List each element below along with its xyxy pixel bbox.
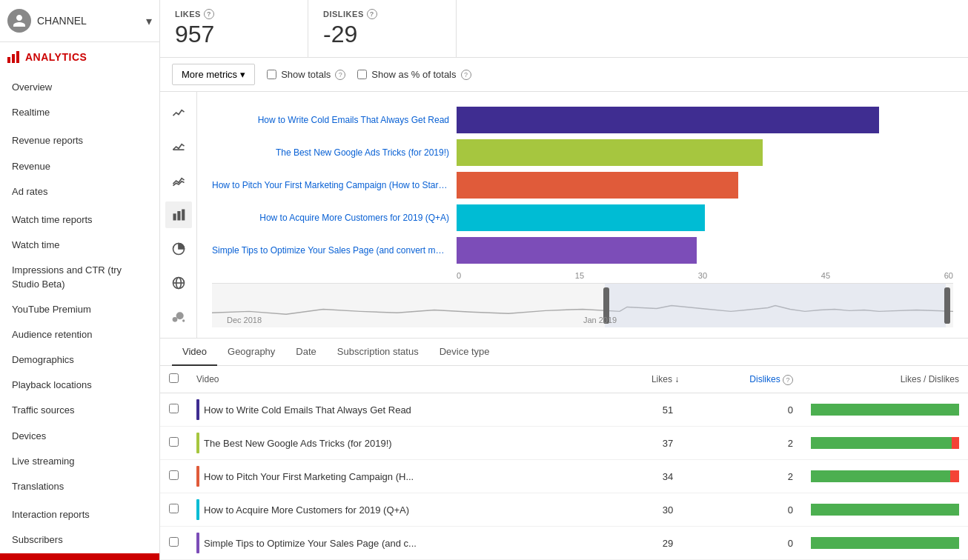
row-checkbox[interactable] — [169, 470, 179, 480]
video-title-link[interactable]: The Best New Google Ads Tricks (for 2019… — [204, 438, 392, 449]
row-checkbox[interactable] — [169, 537, 179, 547]
sidebar-item-likes-dislikes[interactable]: Likes and dislikes — [0, 553, 159, 560]
sidebar-item-translations[interactable]: Translations — [0, 474, 159, 499]
dislikes-value-cell: 2 — [682, 460, 802, 493]
th-likes[interactable]: Likes ↓ — [611, 366, 682, 393]
select-all-checkbox[interactable] — [169, 373, 179, 383]
row-checkbox[interactable] — [169, 404, 179, 413]
sidebar-item-subscribers[interactable]: Subscribers — [0, 527, 159, 553]
row-checkbox[interactable] — [169, 504, 179, 513]
toolbar: More metrics ▾ Show totals ? Show as % o… — [160, 58, 968, 92]
main-content: LIKES ? 957 DISLIKES ? -29 More metrics … — [160, 0, 968, 560]
bubble-chart-icon[interactable] — [165, 304, 192, 330]
row-color-indicator — [196, 399, 199, 420]
sidebar-item-interaction-header: Interaction reports — [0, 499, 159, 527]
more-metrics-button[interactable]: More metrics ▾ — [172, 64, 255, 85]
row-color-indicator — [196, 533, 199, 553]
video-title-link[interactable]: How to Pitch Your First Marketing Campai… — [204, 471, 414, 482]
stats-bar: LIKES ? 957 DISLIKES ? -29 — [160, 0, 968, 58]
bar-track — [457, 237, 953, 264]
video-title-link[interactable]: Simple Tips to Optimize Your Sales Page … — [204, 538, 417, 549]
likes-stat: LIKES ? 957 — [160, 0, 308, 57]
show-pct-label[interactable]: Show as % of totals ? — [357, 69, 471, 80]
chevron-down-icon: ▾ — [146, 14, 152, 28]
sidebar-item-revenue[interactable]: Revenue — [0, 154, 159, 179]
row-color-indicator — [196, 466, 199, 487]
likes-dislikes-bar-cell — [802, 493, 968, 527]
sidebar-item-overview[interactable]: Overview — [0, 75, 159, 100]
show-pct-help-icon[interactable]: ? — [461, 70, 471, 80]
show-pct-checkbox[interactable] — [357, 70, 367, 79]
row-checkbox-cell — [160, 427, 188, 460]
show-totals-help-icon[interactable]: ? — [335, 70, 345, 80]
sidebar-item-traffic-sources[interactable]: Traffic sources — [0, 398, 159, 423]
video-title-link[interactable]: How to Acquire More Customers for 2019 (… — [204, 504, 409, 516]
likes-dislikes-bar-cell — [802, 427, 968, 460]
chart-bar-row: How to Pitch Your First Marketing Campai… — [212, 172, 953, 199]
analytics-nav[interactable]: ANALYTICS — [0, 42, 159, 72]
sidebar-item-youtube-premium[interactable]: YouTube Premium — [0, 297, 159, 322]
ratio-bar — [811, 437, 959, 449]
sidebar-item-impressions[interactable]: Impressions and CTR (try Studio Beta) — [0, 258, 159, 296]
chart-icon-bar — [160, 92, 197, 338]
area-chart-icon[interactable] — [165, 133, 192, 160]
sidebar-item-ad-rates[interactable]: Ad rates — [0, 179, 159, 204]
likes-value-cell: 51 — [611, 393, 682, 427]
bar-label[interactable]: How to Acquire More Customers for 2019 (… — [212, 213, 449, 223]
dislikes-value: -29 — [323, 21, 441, 48]
table-row: The Best New Google Ads Tricks (for 2019… — [160, 427, 968, 460]
svg-point-8 — [172, 317, 177, 322]
sidebar-item-watch-header: Watch time reports — [0, 204, 159, 233]
bar-chart-icon[interactable] — [165, 201, 192, 228]
bar-track — [457, 139, 953, 166]
sidebar-nav: Overview Realtime Revenue reports Revenu… — [0, 72, 159, 560]
table-tab-subscription-status[interactable]: Subscription status — [327, 339, 429, 366]
show-totals-checkbox[interactable] — [267, 70, 276, 79]
chart-area: How to Write Cold Emails That Always Get… — [160, 92, 968, 339]
x-axis-label: 30 — [698, 271, 707, 280]
video-title-link[interactable]: How to Write Cold Emails That Always Get… — [204, 404, 411, 416]
bar-fill — [457, 172, 738, 199]
sidebar-item-audience-retention[interactable]: Audience retention — [0, 322, 159, 347]
more-metrics-dropdown-icon: ▾ — [240, 69, 245, 80]
row-checkbox[interactable] — [169, 437, 179, 447]
channel-header[interactable]: CHANNEL ▾ — [0, 0, 159, 42]
bar-label[interactable]: How to Pitch Your First Marketing Campai… — [212, 180, 449, 190]
timeline-labels: Dec 2018 Jan 2019 — [212, 316, 953, 324]
th-likes-dislikes: Likes / Dislikes — [802, 366, 968, 393]
x-axis-label: 60 — [944, 271, 953, 280]
sidebar-item-realtime[interactable]: Realtime — [0, 100, 159, 125]
bar-fill — [457, 139, 763, 166]
bar-label[interactable]: The Best New Google Ads Tricks (for 2019… — [212, 147, 449, 158]
chart-bar-row: Simple Tips to Optimize Your Sales Page … — [212, 237, 953, 264]
line-chart-icon[interactable] — [165, 99, 192, 126]
sidebar-item-live-streaming[interactable]: Live streaming — [0, 449, 159, 474]
likes-value: 957 — [175, 21, 293, 48]
dislikes-help-icon[interactable]: ? — [367, 9, 377, 19]
sidebar-item-demographics[interactable]: Demographics — [0, 347, 159, 373]
globe-icon[interactable] — [165, 270, 192, 296]
table-tab-geography[interactable]: Geography — [217, 339, 285, 366]
bar-track — [457, 172, 953, 199]
dislikes-value-cell: 0 — [682, 527, 802, 560]
table-tab-date[interactable]: Date — [285, 339, 326, 366]
sidebar-item-playback-locations[interactable]: Playback locations — [0, 373, 159, 398]
table-tab-video[interactable]: Video — [172, 339, 217, 366]
bar-track — [457, 107, 953, 133]
dislikes-portion — [950, 470, 959, 482]
bar-label[interactable]: Simple Tips to Optimize Your Sales Page … — [212, 245, 449, 256]
dislikes-stat: DISLIKES ? -29 — [308, 0, 457, 57]
sidebar-item-devices[interactable]: Devices — [0, 424, 159, 449]
stacked-chart-icon[interactable] — [165, 167, 192, 194]
show-totals-label[interactable]: Show totals ? — [267, 69, 345, 80]
timeline-label-jan: Jan 2019 — [583, 316, 617, 324]
pie-chart-icon[interactable] — [165, 236, 192, 262]
dislikes-col-help-icon[interactable]: ? — [783, 375, 793, 385]
bar-label[interactable]: How to Write Cold Emails That Always Get… — [212, 115, 449, 125]
sidebar-item-watch-time[interactable]: Watch time — [0, 233, 159, 258]
likes-dislikes-bar-cell — [802, 527, 968, 560]
data-table: Video Likes ↓ Dislikes ? Likes / Dislike… — [160, 366, 968, 560]
likes-help-icon[interactable]: ? — [204, 9, 214, 19]
table-tab-device-type[interactable]: Device type — [429, 339, 500, 366]
bar-fill — [457, 237, 697, 264]
